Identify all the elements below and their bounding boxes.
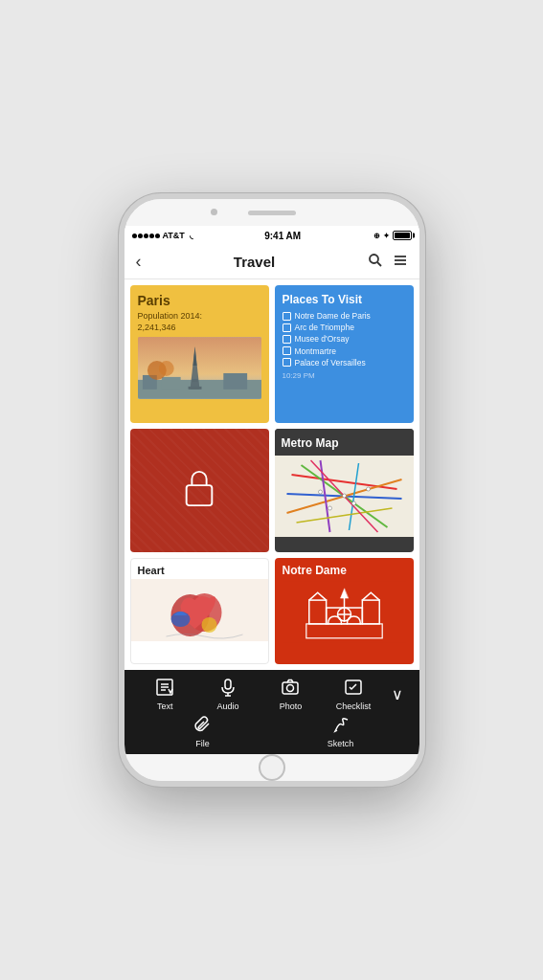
- notredame-image: [283, 581, 406, 643]
- svg-point-15: [158, 361, 173, 376]
- paperclip-icon: [193, 715, 213, 737]
- place-text-2: Arc de Triomphe: [295, 323, 354, 332]
- status-left: AT&T ◟: [132, 231, 192, 240]
- checklist-icon: [344, 678, 363, 700]
- toolbar-row-1: Text Audio: [124, 676, 419, 713]
- location-icon: ⊕: [373, 232, 380, 240]
- checklist-label: Checklist: [336, 702, 372, 711]
- svg-rect-9: [223, 373, 247, 390]
- heart-image: [131, 579, 268, 641]
- microphone-icon: [218, 678, 238, 700]
- paris-population: Population 2014: 2,241,346: [138, 311, 261, 333]
- file-label: File: [195, 739, 210, 748]
- wifi-icon: ◟: [190, 231, 192, 240]
- camera-icon: [281, 678, 300, 700]
- notredame-card[interactable]: Notre Dame: [275, 558, 414, 664]
- places-card[interactable]: Places To Visit Notre Dame de Paris Arc …: [275, 285, 414, 423]
- text-icon: [155, 678, 174, 700]
- toolbar-file-button[interactable]: File: [178, 715, 228, 748]
- list-item: Montmartre: [283, 346, 406, 356]
- status-bar: AT&T ◟ 9:41 AM ⊕ ✦: [124, 226, 419, 245]
- locked-card[interactable]: [130, 429, 269, 552]
- toolbar: Text Audio: [124, 670, 419, 754]
- checkbox-2: [283, 323, 291, 332]
- list-item: Arc de Triomphe: [283, 323, 406, 332]
- svg-point-30: [351, 501, 355, 505]
- paris-image: [138, 337, 261, 399]
- search-icon[interactable]: [368, 253, 383, 272]
- metro-header: Metro Map: [275, 429, 414, 456]
- svg-line-1: [377, 262, 381, 266]
- place-text-1: Notre Dame de Paris: [295, 311, 371, 321]
- toolbar-text-button[interactable]: Text: [140, 678, 190, 711]
- status-time: 9:41 AM: [264, 231, 301, 241]
- toolbar-audio-button[interactable]: Audio: [203, 678, 253, 711]
- phone-top-bezel: [124, 199, 419, 226]
- page-title: Travel: [234, 254, 275, 270]
- places-title: Places To Visit: [283, 293, 406, 306]
- photo-label: Photo: [280, 702, 303, 711]
- nav-actions: [368, 253, 408, 272]
- nav-bar: ‹ Travel: [124, 245, 419, 279]
- battery-indicator: [393, 231, 412, 240]
- status-right: ⊕ ✦: [373, 231, 412, 240]
- carrier-label: AT&T: [163, 231, 185, 240]
- audio-label: Audio: [216, 702, 238, 711]
- expand-chevron[interactable]: ∨: [392, 685, 403, 703]
- metro-card[interactable]: Metro Map: [275, 429, 414, 552]
- lock-icon: [182, 469, 216, 511]
- svg-point-35: [201, 617, 216, 633]
- phone-frame: AT&T ◟ 9:41 AM ⊕ ✦ ‹ Travel: [119, 193, 425, 787]
- svg-rect-12: [188, 387, 201, 390]
- toolbar-sketch-button[interactable]: Sketch: [316, 715, 366, 748]
- places-list: Notre Dame de Paris Arc de Triomphe Muse…: [283, 311, 406, 368]
- svg-point-54: [287, 685, 294, 692]
- home-button[interactable]: [259, 754, 285, 781]
- svg-rect-13: [192, 379, 197, 382]
- place-text-3: Musee d'Orsay: [295, 334, 350, 344]
- toolbar-row-2: File Sketch: [124, 713, 419, 750]
- list-item: Palace of Versailles: [283, 358, 406, 368]
- toolbar-photo-button[interactable]: Photo: [265, 678, 315, 711]
- checkbox-5: [283, 358, 291, 367]
- checkbox-3: [283, 335, 291, 344]
- metro-title: Metro Map: [282, 436, 339, 450]
- place-text-5: Palace of Versailles: [295, 358, 366, 368]
- checkbox-1: [283, 312, 291, 321]
- svg-point-29: [328, 506, 331, 510]
- front-camera: [211, 209, 217, 215]
- list-item: Musee d'Orsay: [283, 334, 406, 344]
- battery-fill: [395, 233, 410, 238]
- svg-point-26: [318, 490, 322, 494]
- toolbar-checklist-button[interactable]: Checklist: [328, 678, 378, 711]
- svg-point-0: [370, 255, 378, 263]
- text-label: Text: [157, 702, 173, 711]
- signal-strength: [132, 234, 160, 238]
- screen: AT&T ◟ 9:41 AM ⊕ ✦ ‹ Travel: [124, 226, 419, 754]
- phone-speaker: [248, 211, 296, 215]
- svg-rect-50: [225, 679, 231, 689]
- place-text-4: Montmartre: [295, 346, 336, 356]
- list-item: Notre Dame de Paris: [283, 311, 406, 321]
- menu-icon[interactable]: [393, 253, 408, 272]
- sketch-label: Sketch: [328, 739, 354, 748]
- paris-title: Paris: [138, 293, 261, 308]
- sketch-icon: [331, 715, 351, 737]
- phone-bottom-bezel: [124, 754, 419, 781]
- metro-map-image: [275, 456, 414, 537]
- content-grid: Paris Population 2014: 2,241,346: [124, 279, 419, 670]
- back-button[interactable]: ‹: [136, 252, 142, 272]
- svg-point-27: [342, 494, 346, 498]
- bluetooth-icon: ✦: [383, 232, 390, 240]
- svg-point-28: [366, 487, 370, 491]
- heart-card[interactable]: Heart: [130, 558, 269, 664]
- svg-rect-8: [161, 377, 180, 390]
- heart-title: Heart: [131, 559, 268, 579]
- svg-rect-16: [187, 485, 213, 505]
- checkbox-4: [283, 346, 291, 355]
- places-timestamp: 10:29 PM: [283, 371, 406, 380]
- paris-card[interactable]: Paris Population 2014: 2,241,346: [130, 285, 269, 423]
- notredame-title: Notre Dame: [283, 564, 406, 577]
